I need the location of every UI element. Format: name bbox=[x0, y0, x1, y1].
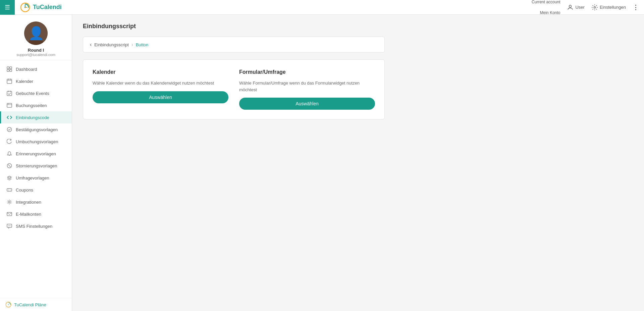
topbar-right: Current account Mein Konto User Einstell… bbox=[532, 0, 644, 15]
coupon-icon bbox=[6, 187, 12, 193]
svg-rect-29 bbox=[7, 189, 12, 191]
svg-point-25 bbox=[7, 127, 12, 132]
topbar: ☰ TuCalendi Current account Mein Konto U… bbox=[0, 0, 644, 15]
sidebar-profile: Round I support@tucalendi.com bbox=[0, 15, 72, 60]
sidebar-item-coupons[interactable]: Coupons bbox=[0, 184, 72, 196]
plans-logo-icon bbox=[5, 302, 11, 308]
svg-point-5 bbox=[594, 6, 595, 8]
main-content: Einbindungsscript ‹ Einbindungsscript › … bbox=[72, 15, 644, 311]
sidebar-nav: Dashboard Kalender Gebuchte Events Buchu… bbox=[0, 60, 72, 298]
cancel-icon bbox=[6, 163, 12, 169]
gear-icon bbox=[6, 199, 12, 205]
sidebar-item-umbuchungsvorlagen[interactable]: Umbuchungsvorlagen bbox=[0, 136, 72, 148]
sidebar-item-dashboard[interactable]: Dashboard bbox=[0, 63, 72, 75]
sidebar-label-kalender: Kalender bbox=[16, 79, 33, 84]
plans-label: TuCalendi Pläne bbox=[14, 302, 46, 307]
sidebar-item-erinnerungsvorlagen[interactable]: Erinnerungsvorlagen bbox=[0, 148, 72, 160]
formular-option-block: Formular/Umfrage Wähle Formular/Umfrage … bbox=[239, 69, 375, 110]
svg-point-7 bbox=[32, 27, 40, 35]
logo-text: TuCalendi bbox=[33, 4, 62, 11]
svg-point-4 bbox=[569, 5, 572, 7]
user-button[interactable]: User bbox=[567, 4, 584, 11]
browser-icon bbox=[6, 102, 12, 108]
avatar bbox=[24, 21, 48, 45]
sidebar-item-gebuchte-events[interactable]: Gebuchte Events bbox=[0, 87, 72, 99]
formular-description: Wähle Formular/Umfrage wenn du das Formu… bbox=[239, 80, 375, 93]
current-account-label: Current account Mein Konto bbox=[532, 0, 560, 15]
kalender-select-button[interactable]: Auswählen bbox=[93, 91, 228, 103]
svg-rect-10 bbox=[7, 67, 9, 69]
svg-point-9 bbox=[32, 27, 40, 35]
sidebar-item-stornierungsvorlagen[interactable]: Stornierungsvorlagen bbox=[0, 160, 72, 172]
breadcrumb-back-button[interactable]: ‹ bbox=[90, 42, 92, 48]
sidebar-item-integrationen[interactable]: Integrationen bbox=[0, 196, 72, 208]
svg-rect-13 bbox=[10, 69, 12, 71]
current-account-info: Current account Mein Konto bbox=[532, 0, 560, 15]
sms-icon bbox=[6, 223, 12, 229]
sidebar-item-bestaetigungsvorlagen[interactable]: Bestätigungsvorlagen bbox=[0, 123, 72, 136]
hamburger-button[interactable]: ☰ bbox=[0, 0, 15, 15]
svg-rect-11 bbox=[10, 67, 12, 69]
breadcrumb-parent-link[interactable]: Einbindungsscript bbox=[94, 42, 129, 47]
breadcrumb-current: Button bbox=[136, 42, 149, 47]
grid-icon bbox=[6, 66, 12, 72]
sidebar-item-emailkonten[interactable]: E-Mailkonten bbox=[0, 208, 72, 220]
einstellungen-label: Einstellungen bbox=[600, 5, 626, 10]
sidebar-item-umfragevorlagen[interactable]: Umfragevorlagen bbox=[0, 172, 72, 184]
sidebar-label-gebuchte-events: Gebuchte Events bbox=[16, 91, 49, 96]
sidebar-label-erinnerungsvorlagen: Erinnerungsvorlagen bbox=[16, 151, 56, 156]
sidebar-label-integrationen: Integrationen bbox=[16, 200, 41, 205]
logo: TuCalendi bbox=[15, 2, 67, 12]
sidebar-item-buchungsseiten[interactable]: Buchungsseiten bbox=[0, 99, 72, 111]
svg-rect-18 bbox=[7, 91, 12, 96]
more-button[interactable]: ⋮ bbox=[633, 4, 639, 11]
sidebar-bottom: TuCalendi Pläne bbox=[0, 298, 72, 311]
svg-rect-14 bbox=[7, 79, 12, 84]
svg-rect-33 bbox=[7, 212, 12, 216]
kalender-title: Kalender bbox=[93, 69, 228, 75]
options-card: Kalender Wähle Kalender wenn du das Kale… bbox=[83, 59, 385, 119]
settings-icon bbox=[591, 4, 598, 11]
refresh-icon bbox=[6, 139, 12, 145]
avatar-image bbox=[24, 21, 48, 45]
sidebar-label-sms-finstellungen: SMS Finstellungen bbox=[16, 224, 52, 229]
mail-icon bbox=[6, 211, 12, 217]
tucalendi-plans-link[interactable]: TuCalendi Pläne bbox=[5, 302, 66, 308]
svg-line-28 bbox=[8, 165, 10, 167]
breadcrumb-card: ‹ Einbindungsscript › Button bbox=[83, 37, 385, 53]
sidebar-label-einbindungscode: Einbindungscode bbox=[16, 115, 49, 120]
svg-point-8 bbox=[29, 37, 43, 45]
sidebar-item-sms-finstellungen[interactable]: SMS Finstellungen bbox=[0, 220, 72, 232]
sidebar-label-umbuchungsvorlagen: Umbuchungsvorlagen bbox=[16, 139, 58, 144]
sidebar-item-einbindungscode[interactable]: Einbindungscode bbox=[0, 111, 72, 123]
breadcrumb-separator: › bbox=[131, 42, 133, 47]
svg-point-24 bbox=[8, 104, 9, 104]
settings-button[interactable]: Einstellungen bbox=[591, 4, 626, 11]
code-icon bbox=[6, 114, 12, 120]
svg-point-32 bbox=[9, 201, 10, 203]
sidebar-label-stornierungsvorlagen: Stornierungsvorlagen bbox=[16, 163, 57, 168]
formular-title: Formular/Umfrage bbox=[239, 69, 375, 75]
calendar-icon bbox=[6, 78, 12, 84]
sidebar-label-dashboard: Dashboard bbox=[16, 67, 37, 72]
svg-point-23 bbox=[8, 104, 8, 104]
profile-name: Round I bbox=[28, 48, 44, 53]
page-title: Einbindungsscript bbox=[83, 23, 633, 30]
check-icon bbox=[6, 126, 12, 133]
sidebar-label-umfragevorlagen: Umfragevorlagen bbox=[16, 175, 49, 180]
sidebar-label-bestaetigungsvorlagen: Bestätigungsvorlagen bbox=[16, 127, 58, 132]
layers-icon bbox=[6, 175, 12, 181]
sidebar-label-buchungsseiten: Buchungsseiten bbox=[16, 103, 47, 108]
kalender-description: Wähle Kalender wenn du das Kalenderwidge… bbox=[93, 80, 228, 87]
profile-email: support@tucalendi.com bbox=[16, 53, 55, 57]
sidebar-item-kalender[interactable]: Kalender bbox=[0, 75, 72, 87]
logo-icon bbox=[20, 2, 30, 12]
svg-rect-12 bbox=[7, 69, 9, 71]
formular-select-button[interactable]: Auswählen bbox=[239, 98, 375, 110]
user-icon bbox=[567, 4, 574, 11]
svg-point-37 bbox=[8, 304, 9, 305]
sidebar: Round I support@tucalendi.com Dashboard … bbox=[0, 15, 72, 311]
hamburger-icon: ☰ bbox=[5, 4, 10, 11]
bell-icon bbox=[6, 151, 12, 157]
sidebar-label-emailkonten: E-Mailkonten bbox=[16, 212, 41, 217]
